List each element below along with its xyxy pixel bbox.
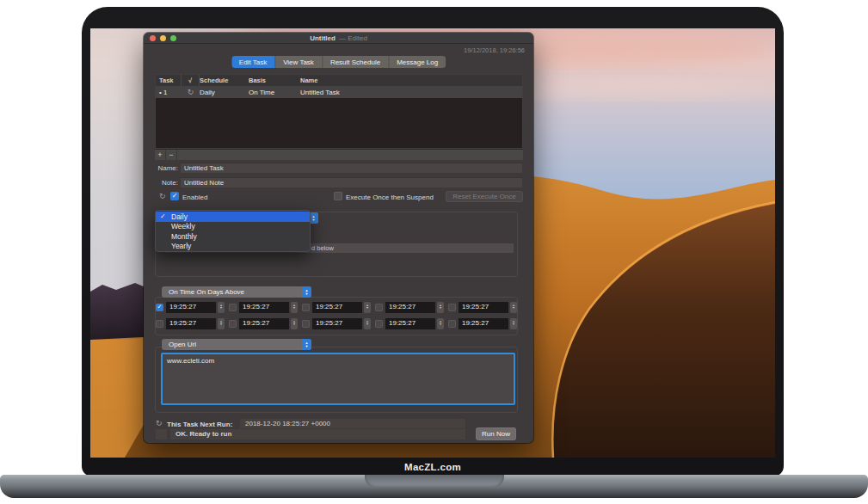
tab-message-log[interactable]: Message Log <box>389 56 446 68</box>
time-stepper[interactable]: ▲▼ <box>291 318 298 329</box>
menu-item-daily[interactable]: ✓ Daily <box>156 212 310 222</box>
close-button[interactable] <box>150 35 156 41</box>
macbook-frame: Untitled — Edited 19/12/2018, 19:26:56 E… <box>82 7 784 476</box>
time-checkbox[interactable] <box>302 304 310 311</box>
tab-edit-task[interactable]: Edit Task <box>231 56 275 68</box>
tab-view-task[interactable]: View Task <box>275 56 323 68</box>
time-slot-10: 19:25:27 ▲▼ <box>448 317 517 329</box>
hint-fragment: d below <box>311 244 334 252</box>
enabled-label: Enabled <box>182 194 207 201</box>
schedule-dropdown-menu: ✓ Daily Weekly Monthly Yearly <box>155 210 311 252</box>
refresh-icon: ↻ <box>159 192 166 200</box>
add-task-button[interactable]: + <box>155 150 166 160</box>
col-schedule: Schedule <box>200 77 249 84</box>
action-popup[interactable]: Open Url ▲▼ <box>162 339 311 350</box>
window-title-suffix: — Edited <box>339 34 367 42</box>
time-stepper[interactable]: ▲▼ <box>437 302 444 313</box>
time-slot-2: 19:25:27 ▲▼ <box>229 301 298 313</box>
note-field[interactable]: Untitled Note <box>181 177 522 187</box>
time-field[interactable]: 19:25:27 <box>312 318 362 329</box>
time-stepper[interactable]: ▲▼ <box>218 302 225 313</box>
run-now-button[interactable]: Run Now <box>476 427 516 440</box>
next-run-label: This Task Next Run: <box>167 421 232 428</box>
time-checkbox[interactable] <box>448 320 456 328</box>
time-stepper[interactable]: ▲▼ <box>218 318 225 329</box>
time-stepper[interactable]: ▲▼ <box>364 302 371 313</box>
time-stepper[interactable]: ▲▼ <box>510 318 517 329</box>
check-icon: ✓ <box>160 212 166 220</box>
time-stepper[interactable]: ▲▼ <box>437 318 444 329</box>
refresh-icon: ↻ <box>182 88 200 96</box>
time-slot-9: 19:25:27 ▲▼ <box>375 317 444 329</box>
window-title: Untitled <box>310 34 336 42</box>
time-field[interactable]: 19:25:27 <box>239 302 289 313</box>
time-field[interactable]: 19:25:27 <box>312 302 362 313</box>
menu-item-monthly[interactable]: Monthly <box>156 231 310 242</box>
task-scheduler-window: Untitled — Edited 19/12/2018, 19:26:56 E… <box>144 33 533 443</box>
task-table-header: Task √ Schedule Basis Name <box>156 75 522 86</box>
popup-stepper-icon: ▲▼ <box>302 286 311 298</box>
tab-result-schedule[interactable]: Result Schedule <box>323 56 389 68</box>
url-textarea[interactable]: www.ecleti.com <box>161 353 515 405</box>
row-schedule: Daily <box>200 89 249 96</box>
time-field[interactable]: 19:25:27 <box>459 318 508 329</box>
time-slot-8: 19:25:27 ▲▼ <box>302 317 371 329</box>
execute-once-checkbox[interactable] <box>334 192 342 200</box>
time-stepper[interactable]: ▲▼ <box>291 302 298 313</box>
time-checkbox[interactable] <box>375 304 383 311</box>
time-checkbox[interactable] <box>375 320 383 328</box>
time-stepper[interactable]: ▲▼ <box>510 302 517 313</box>
time-slot-1: ✓ 19:25:27 ▲▼ <box>156 301 225 313</box>
time-checkbox[interactable] <box>302 320 310 328</box>
time-field[interactable]: 19:25:27 <box>166 318 216 329</box>
reset-execute-once-button: Reset Execute Once <box>446 191 523 202</box>
time-field[interactable]: 19:25:27 <box>166 302 216 313</box>
enabled-checkbox[interactable]: ✓ <box>170 192 179 200</box>
popup-stepper-icon: ▲▼ <box>302 339 311 350</box>
col-task: Task <box>156 75 182 86</box>
time-slot-3: 19:25:27 ▲▼ <box>302 301 371 313</box>
time-slot-6: 19:25:27 ▲▼ <box>156 317 225 329</box>
time-checkbox[interactable] <box>229 320 237 328</box>
time-field[interactable]: 19:25:27 <box>459 302 508 313</box>
refresh-icon: ↻ <box>156 419 163 427</box>
lid-notch <box>365 475 504 488</box>
row-basis: On Time <box>249 89 300 96</box>
status-field: OK. Ready to run <box>170 429 465 439</box>
titlebar[interactable]: Untitled — Edited <box>144 33 533 44</box>
col-basis: Basis <box>249 77 300 84</box>
time-checkbox[interactable] <box>156 320 163 328</box>
tab-bar: Edit Task View Task Result Schedule Mess… <box>231 56 446 68</box>
menu-item-weekly[interactable]: Weekly <box>156 222 310 232</box>
bezel-branding: MacZL.com <box>90 458 775 476</box>
time-field[interactable]: 19:25:27 <box>385 318 435 329</box>
table-toolbar: + − <box>155 149 523 160</box>
remove-task-button[interactable]: − <box>166 150 177 160</box>
time-slot-4: 19:25:27 ▲▼ <box>375 301 444 313</box>
clock-readout: 19/12/2018, 19:26:56 <box>464 46 525 54</box>
time-stepper[interactable]: ▲▼ <box>364 318 371 329</box>
screen: Untitled — Edited 19/12/2018, 19:26:56 E… <box>90 28 775 458</box>
time-checkbox[interactable]: ✓ <box>156 304 163 311</box>
execute-once-label: Execute Once then Suspend <box>346 194 434 201</box>
name-field[interactable]: Untitled Task <box>181 163 522 173</box>
time-slot-5: 19:25:27 ▲▼ <box>448 301 517 313</box>
task-table[interactable]: Task √ Schedule Basis Name • 1 ↻ Daily O… <box>155 74 523 149</box>
col-name: Name <box>300 77 522 84</box>
zoom-button[interactable] <box>170 35 176 41</box>
menu-item-yearly[interactable]: Yearly <box>156 242 310 252</box>
table-row[interactable]: • 1 ↻ Daily On Time Untitled Task <box>156 86 522 98</box>
time-checkbox[interactable] <box>229 304 237 311</box>
row-name: Untitled Task <box>300 89 522 96</box>
time-field[interactable]: 19:25:27 <box>239 318 289 329</box>
status-indicator <box>156 429 167 439</box>
time-field[interactable]: 19:25:27 <box>385 302 435 313</box>
basis-popup[interactable]: On Time On Days Above ▲▼ <box>162 286 311 298</box>
minimize-button[interactable] <box>160 35 166 41</box>
note-label: Note: <box>144 179 178 187</box>
time-checkbox[interactable] <box>448 304 456 311</box>
name-label: Name: <box>144 164 178 172</box>
row-number: • 1 <box>156 89 182 96</box>
next-run-field: 2018-12-20 18:25:27 +0000 <box>240 419 465 428</box>
col-check: √ <box>182 75 200 86</box>
